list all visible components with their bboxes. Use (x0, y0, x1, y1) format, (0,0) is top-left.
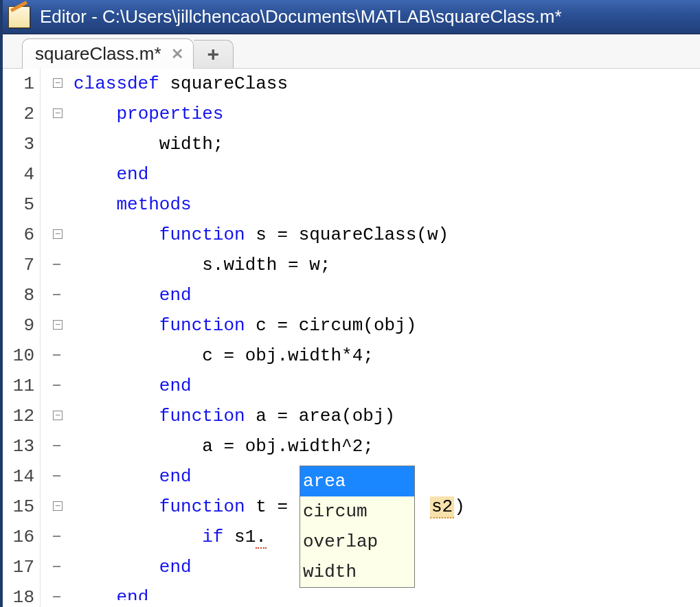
fold-tick-icon (53, 592, 63, 602)
line-number: 5 (3, 190, 34, 220)
fold-collapse-icon[interactable]: − (53, 411, 63, 420)
line-number: 10 (3, 341, 34, 371)
fold-collapse-icon[interactable]: − (53, 78, 63, 88)
line-number: 18 (3, 582, 34, 607)
autocomplete-item[interactable]: width (300, 557, 414, 587)
code-line[interactable]: function c = circum(obj) (74, 310, 700, 341)
fold-collapse-icon[interactable]: − (53, 320, 63, 330)
line-number: 17 (3, 552, 34, 582)
code-line[interactable]: end (74, 159, 700, 190)
fold-tick-icon (53, 290, 63, 299)
line-number: 15 (3, 492, 34, 522)
code-line[interactable]: c = obj.width*4; (74, 341, 700, 371)
code-line[interactable]: methods (74, 190, 700, 220)
editor-app-icon (8, 6, 30, 28)
fold-tick-icon (53, 441, 63, 450)
fold-tick-icon (53, 350, 63, 360)
tab-label: squareClass.m* (35, 43, 161, 65)
close-icon[interactable]: ✕ (171, 45, 183, 63)
code-line[interactable]: width; (74, 129, 700, 159)
code-line[interactable]: function a = area(obj) (74, 401, 700, 431)
code-line[interactable]: classdef squareClass (74, 69, 700, 99)
fold-tick-icon (53, 531, 63, 541)
line-number: 12 (3, 401, 34, 431)
fold-collapse-icon[interactable]: − (53, 501, 63, 511)
line-number: 11 (3, 371, 34, 401)
fold-tick-icon (53, 260, 63, 269)
line-number: 2 (3, 99, 34, 129)
line-number: 8 (3, 280, 34, 310)
window-titlebar: Editor - C:\Users\jillchencao\Documents\… (3, 0, 700, 34)
editor-area: 123456789101112131415161718 −−−−−− class… (3, 69, 700, 607)
code-line[interactable]: function s = squareClass(w) (74, 220, 700, 250)
window-title: Editor - C:\Users\jillchencao\Documents\… (40, 6, 562, 27)
tab-squareclass[interactable]: squareClass.m* ✕ (22, 38, 194, 69)
code-line[interactable]: end (74, 280, 700, 310)
fold-tick-icon (53, 562, 63, 571)
line-number: 6 (3, 220, 34, 250)
code-line[interactable]: properties (74, 99, 700, 129)
new-tab-button[interactable]: + (194, 40, 234, 69)
fold-collapse-icon[interactable]: − (53, 108, 63, 118)
line-number: 14 (3, 461, 34, 492)
fold-column: −−−−−− (41, 69, 69, 607)
line-number: 3 (3, 129, 34, 159)
line-number: 1 (3, 69, 34, 99)
autocomplete-popup[interactable]: areacircumoverlapwidth (300, 466, 415, 588)
autocomplete-item[interactable]: area (300, 466, 414, 496)
fold-tick-icon (53, 380, 63, 390)
line-number: 4 (3, 159, 34, 190)
line-number: 7 (3, 250, 34, 280)
autocomplete-item[interactable]: overlap (300, 527, 414, 557)
tab-strip: squareClass.m* ✕ + (3, 34, 700, 69)
autocomplete-item[interactable]: circum (300, 496, 414, 527)
line-number: 9 (3, 310, 34, 341)
code-line[interactable]: a = obj.width^2; (74, 431, 700, 461)
line-number: 13 (3, 431, 34, 461)
fold-collapse-icon[interactable]: − (53, 229, 63, 239)
code-line[interactable]: end (74, 371, 700, 401)
line-number-gutter: 123456789101112131415161718 (3, 69, 41, 607)
line-number: 16 (3, 522, 34, 552)
code-line[interactable]: s.width = w; (74, 250, 700, 280)
fold-tick-icon (53, 471, 63, 481)
